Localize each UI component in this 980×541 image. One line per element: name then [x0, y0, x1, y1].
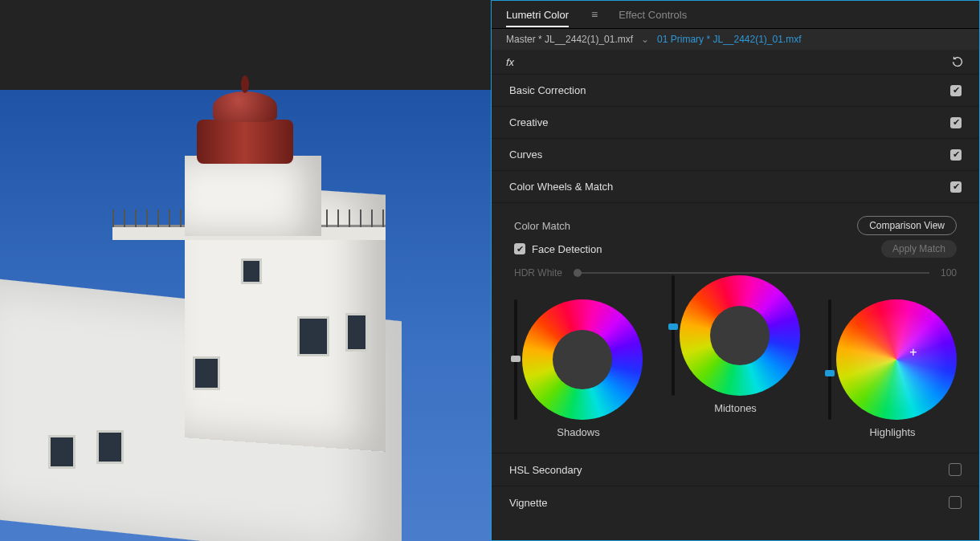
- master-clip-label[interactable]: Master * JL__2442(1)_01.mxf: [506, 34, 633, 45]
- section-vignette[interactable]: Vignette: [492, 486, 979, 519]
- section-creative[interactable]: Creative ✔: [492, 107, 979, 139]
- highlights-wheel[interactable]: +: [836, 299, 957, 420]
- midtones-wheel[interactable]: [680, 275, 800, 396]
- section-label: Creative: [509, 116, 548, 128]
- fx-badge[interactable]: fx: [506, 56, 514, 68]
- section-label: Vignette: [509, 497, 547, 509]
- hdr-white-label: HDR White: [514, 267, 562, 279]
- shadows-label: Shadows: [557, 426, 599, 438]
- checkbox-color-wheels-match[interactable]: ✔: [950, 181, 962, 193]
- program-monitor[interactable]: [0, 0, 491, 541]
- clip-breadcrumb: Master * JL__2442(1)_01.mxf ⌄ 01 Primary…: [492, 29, 979, 50]
- highlights-group: + Highlights: [828, 299, 957, 438]
- reset-icon[interactable]: [950, 55, 965, 69]
- color-wheels: Shadows Midtones: [514, 299, 957, 438]
- lumetri-panel: Lumetri Color ≡ Effect Controls Master *…: [491, 0, 980, 541]
- shadows-luma-slider[interactable]: [514, 299, 517, 420]
- sequence-clip-link[interactable]: 01 Primary * JL__2442(1)_01.mxf: [657, 34, 801, 45]
- tab-effect-controls[interactable]: Effect Controls: [619, 9, 687, 21]
- shadows-wheel[interactable]: [522, 299, 643, 420]
- section-label: Color Wheels & Match: [509, 181, 613, 193]
- highlights-luma-slider[interactable]: [828, 299, 831, 420]
- slider-knob: [574, 269, 582, 277]
- shadows-group: Shadows: [514, 299, 643, 438]
- color-match-label: Color Match: [514, 220, 570, 232]
- midtones-group: Midtones: [672, 275, 800, 438]
- face-detection-checkbox[interactable]: ✔ Face Detection: [514, 243, 602, 255]
- highlights-label: Highlights: [869, 426, 915, 438]
- check-icon: ✔: [514, 243, 525, 254]
- checkbox-creative[interactable]: ✔: [950, 117, 962, 128]
- midtones-label: Midtones: [714, 402, 757, 414]
- color-wheels-match-content: Color Match Comparison View ✔ Face Detec…: [492, 203, 979, 454]
- checkbox-curves[interactable]: ✔: [950, 149, 962, 161]
- face-detection-label: Face Detection: [532, 243, 602, 255]
- section-label: Basic Correction: [509, 84, 586, 96]
- section-color-wheels-match[interactable]: Color Wheels & Match ✔: [492, 171, 979, 203]
- tab-lumetri-color[interactable]: Lumetri Color: [506, 9, 569, 27]
- checkbox-basic-correction[interactable]: ✔: [950, 85, 962, 96]
- checkbox-hsl-secondary[interactable]: [949, 463, 962, 476]
- apply-match-button: Apply Match: [881, 240, 957, 258]
- comparison-view-button[interactable]: Comparison View: [857, 216, 957, 235]
- hdr-white-slider: [574, 272, 929, 274]
- section-curves[interactable]: Curves ✔: [492, 139, 979, 171]
- chevron-down-icon[interactable]: ⌄: [641, 34, 649, 45]
- plus-icon: +: [909, 345, 917, 360]
- fx-header: fx: [492, 50, 979, 75]
- section-label: HSL Secondary: [509, 464, 582, 476]
- hdr-white-value: 100: [941, 267, 957, 279]
- panel-tabs: Lumetri Color ≡ Effect Controls: [492, 1, 979, 29]
- section-basic-correction[interactable]: Basic Correction ✔: [492, 75, 979, 107]
- midtones-luma-slider[interactable]: [672, 275, 675, 396]
- preview-image: [0, 90, 491, 541]
- checkbox-vignette[interactable]: [949, 496, 962, 509]
- section-hsl-secondary[interactable]: HSL Secondary: [492, 454, 979, 486]
- section-label: Curves: [509, 148, 542, 161]
- panel-menu-icon[interactable]: ≡: [591, 8, 596, 21]
